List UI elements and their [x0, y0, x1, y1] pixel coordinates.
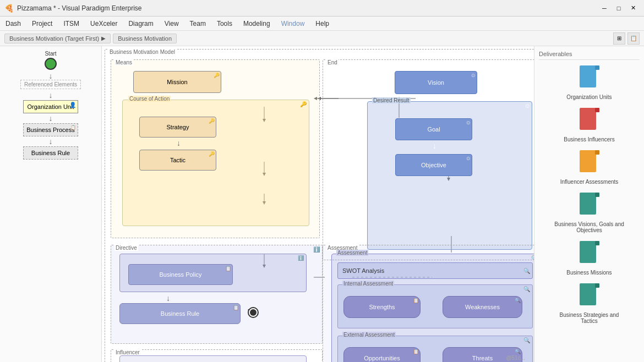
- business-policy-label: Business Policy: [159, 271, 201, 278]
- influencer-assessments-label: Influencer Assessments: [560, 179, 619, 185]
- menu-dash[interactable]: Dash: [0, 17, 26, 30]
- directive-icon: ℹ️: [313, 246, 320, 253]
- desired-result-container: Desired Result ⊙ Goal ⊙ ↓ Objective ⊙: [367, 101, 532, 250]
- strategy-node[interactable]: Strategy 🔑: [139, 117, 216, 138]
- breadcrumb-tools: ⊞ 📋: [613, 32, 640, 45]
- deliverable-business-influencers[interactable]: Business Influencers: [539, 107, 640, 142]
- goal-icon: ⊙: [466, 120, 471, 125]
- business-rule-label: Business Rule: [31, 150, 70, 156]
- menu-team[interactable]: Team: [184, 17, 211, 30]
- maximize-button[interactable]: □: [612, 3, 625, 14]
- close-button[interactable]: ✕: [626, 3, 640, 14]
- breadcrumb-icon-doc[interactable]: 📋: [627, 32, 640, 45]
- svg-rect-12: [580, 65, 596, 87]
- assessment-section: Assessment Assessment 🔍 SWOT Analysis 🔍 …: [323, 245, 534, 362]
- menu-diagram[interactable]: Diagram: [123, 17, 159, 30]
- minimize-button[interactable]: ─: [598, 3, 611, 14]
- svg-rect-17: [595, 108, 599, 112]
- objective-node[interactable]: Objective ⊙: [395, 154, 472, 176]
- business-policy-node[interactable]: Business Policy 📋: [128, 264, 233, 285]
- menu-uexceler[interactable]: UeXceler: [85, 17, 123, 30]
- deliverable-influencer-assessments[interactable]: Influencer Assessments: [539, 149, 640, 185]
- goal-label: Goal: [427, 126, 440, 133]
- directive-section: Directive ℹ️ ℹ️ Business Policy 📋 ↓ Busi…: [111, 245, 323, 344]
- external-assessment-label: External Assessment: [342, 332, 396, 338]
- swot-node[interactable]: SWOT Analysis 🔍: [337, 262, 533, 279]
- strengths-label: Strengths: [369, 304, 395, 310]
- mission-icon: 🔑: [214, 73, 220, 78]
- arrow-g-o: ↓: [433, 141, 436, 150]
- weaknesses-node[interactable]: Weaknesses 🔍: [443, 296, 522, 318]
- org-unit-box[interactable]: Organization Unit 👤: [23, 100, 78, 113]
- menu-tools[interactable]: Tools: [211, 17, 238, 30]
- opportunities-node[interactable]: Opportunities 📋: [343, 347, 421, 362]
- end-section-title: End: [326, 59, 339, 65]
- ref-elements-label: Referenced Elements: [20, 80, 81, 89]
- chevron-right-icon: ▶: [101, 35, 106, 41]
- biz-strategies-label: Business Strategies and Tactics: [554, 312, 625, 324]
- svg-rect-27: [580, 283, 596, 305]
- breadcrumb-icon-grid[interactable]: ⊞: [613, 32, 625, 45]
- arrow-down-2: ↓: [49, 91, 53, 99]
- menu-window[interactable]: Window: [276, 17, 310, 30]
- flow-start: Start: [4, 51, 97, 70]
- strengths-node[interactable]: Strengths 📋: [343, 296, 421, 318]
- business-process-box[interactable]: Business Process 📋: [23, 123, 78, 136]
- directive-business-rule-label: Business Rule: [161, 310, 199, 317]
- window-controls: ─ □ ✕: [598, 3, 640, 14]
- assessment-container: Assessment 🔍 SWOT Analysis 🔍 Internal As…: [331, 254, 534, 362]
- weak-icon: 🔍: [515, 298, 521, 303]
- deliverable-org-units[interactable]: Organization Units: [539, 64, 640, 100]
- vision-node[interactable]: Vision ⊙: [395, 71, 477, 94]
- strategy-label: Strategy: [167, 124, 189, 130]
- deliverable-biz-missions[interactable]: Business Missions: [539, 240, 640, 276]
- business-rule-box[interactable]: Business Rule: [23, 146, 78, 160]
- influencer-node[interactable]: Influencer ⚙: [119, 355, 307, 362]
- arrow-bp-br: ↓: [166, 294, 170, 303]
- deliverable-biz-strategies[interactable]: Business Strategies and Tactics: [539, 282, 640, 324]
- biz-strategies-icon: [578, 282, 601, 310]
- svg-rect-23: [595, 193, 599, 197]
- swot-label: SWOT Analysis: [342, 267, 384, 274]
- bp-info-icon: ℹ️: [298, 255, 304, 261]
- arrow-down-1: ↓: [49, 72, 53, 80]
- breadcrumb-item-2[interactable]: Business Motivation: [113, 34, 177, 43]
- business-influencers-label: Business Influencers: [564, 136, 614, 142]
- arrow-down-4: ↓: [49, 138, 53, 145]
- tactic-node[interactable]: Tactic 🔑: [139, 150, 216, 171]
- breadcrumb-item-1[interactable]: Business Motivation (Target First) ▶: [4, 34, 111, 43]
- goal-node[interactable]: Goal ⊙: [395, 118, 472, 140]
- mission-node[interactable]: Mission 🔑: [133, 71, 221, 93]
- coa-icon: 🔑: [300, 101, 307, 107]
- window-title: Pizzamama * - Visual Paradigm Enterprise: [17, 4, 598, 12]
- start-label: Start: [45, 51, 56, 57]
- menu-itsm[interactable]: ITSM: [58, 17, 85, 30]
- assessment-main-label: Assessment: [336, 250, 368, 256]
- svg-rect-14: [595, 65, 599, 70]
- biz-missions-label: Business Missions: [566, 270, 612, 276]
- menu-modeling[interactable]: Modeling: [238, 17, 276, 30]
- thr-icon: 🔍: [515, 349, 521, 354]
- internal-assessment-container: Internal Assessment 🔍 Strengths 📋 Weakne…: [337, 284, 533, 328]
- vision-icon: ⊙: [471, 73, 476, 78]
- arrow-s-t: ↓: [177, 139, 181, 147]
- influencer-section: Influencer Influencer ⚙: [111, 349, 323, 362]
- svg-rect-20: [595, 150, 599, 155]
- dr-icon: ⊙: [525, 103, 530, 109]
- menu-project[interactable]: Project: [26, 17, 58, 30]
- swot-icon: 🔍: [523, 268, 530, 274]
- objective-icon: ⊙: [466, 156, 471, 161]
- menu-help[interactable]: Help: [310, 17, 335, 30]
- opportunities-label: Opportunities: [364, 355, 400, 361]
- directive-business-rule-node[interactable]: Business Rule 📋: [119, 303, 241, 324]
- end-section: End Vision ⊙ Desired Result ⊙ Goal ⊙: [323, 59, 534, 260]
- influencer-assessments-icon: [578, 149, 601, 177]
- br-icon: 📋: [233, 305, 239, 310]
- org-units-icon: [578, 64, 601, 92]
- actor-icon: 👤: [69, 102, 76, 108]
- deliverable-biz-visions[interactable]: Business Visions, Goals and Objectives: [539, 191, 640, 233]
- menu-view[interactable]: View: [159, 17, 184, 30]
- directive-section-title: Directive: [114, 245, 138, 251]
- weaknesses-label: Weaknesses: [465, 304, 500, 310]
- svg-rect-18: [580, 150, 596, 172]
